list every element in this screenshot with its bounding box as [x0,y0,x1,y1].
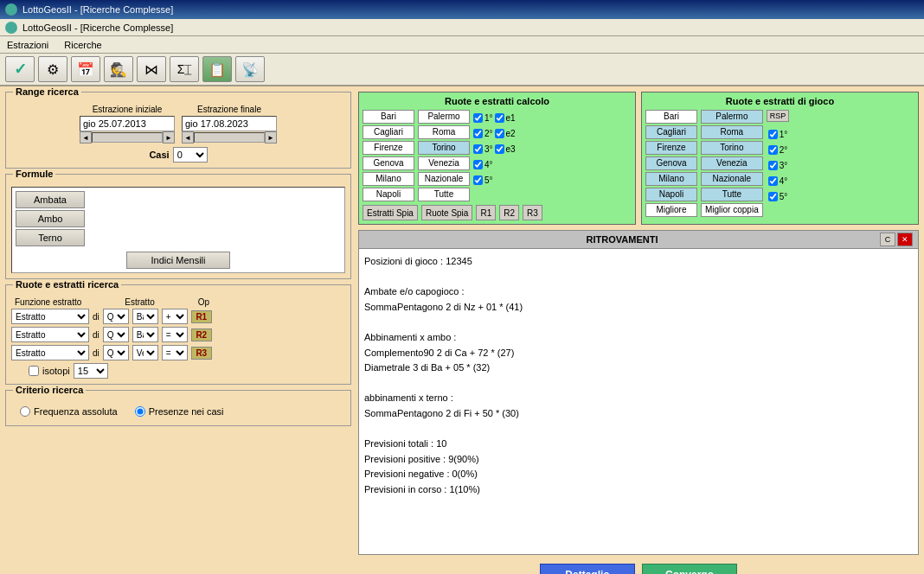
terno-button[interactable]: Terno [16,229,85,246]
toolbar-filter-btn[interactable]: ⋈ [137,56,166,82]
toolbar-sigma-btn[interactable]: Σ⌶ [170,56,199,82]
calcolo-cb-e3[interactable] [495,144,504,154]
ruote-estratti-ricerca-group: Ruote e estratti ricerca Funzione estrat… [5,284,351,385]
qls-select-2[interactable]: QIs [103,327,129,342]
toolbar-spy-btn[interactable]: 🕵 [104,56,133,82]
gioco-venezia[interactable]: Venezia [701,156,763,170]
convergo-button[interactable]: Convergo [642,564,737,574]
toolbar-checkmark-btn[interactable]: ✓ [5,56,35,82]
toolbar-document-btn[interactable]: 📋 [202,56,232,82]
estrazione-iniziale-prev[interactable]: ◄ [80,131,92,144]
r2-btn[interactable]: R2 [499,205,519,220]
calcolo-genova[interactable]: Genova [363,156,414,170]
estratti-spia-btn[interactable]: Estratti Spia [363,205,418,220]
dettaglio-button[interactable]: Dettaglio [540,564,635,574]
toolbar-gear-btn[interactable]: ⚙ [38,56,67,82]
estrazione-iniziale-track[interactable] [92,132,163,143]
estrazione-finale-track[interactable] [194,132,265,143]
ritrovamenti-c-button[interactable]: C [880,233,895,246]
num-select[interactable]: 151020 [74,363,108,379]
r1-btn[interactable]: R1 [476,205,496,220]
ba-select-2[interactable]: Ba [132,327,158,342]
presenze-nei-casi-radio[interactable] [135,406,145,417]
gioco-cb-1[interactable] [768,130,778,139]
gioco-bari[interactable]: Bari [645,110,697,124]
gioco-tutte[interactable]: Tutte [701,188,763,201]
range-ricerca-group: Range ricerca Estrazione iniziale ◄ ► Es… [5,92,351,169]
casi-select[interactable]: 012 [173,147,208,163]
gioco-cb-3[interactable] [768,161,778,170]
func-select-1[interactable]: Estratto [11,309,89,324]
op-select-2[interactable]: =+ [162,327,188,342]
calcolo-torino[interactable]: Torino [418,141,470,155]
presenze-nei-casi-label: Presenze nei casi [149,406,224,417]
estrazione-finale-prev[interactable]: ◄ [182,131,194,144]
ritrovamenti-close-button[interactable]: ✕ [897,233,913,246]
op-select-1[interactable]: +-= [162,309,188,324]
calcolo-bari[interactable]: Bari [363,110,414,124]
gioco-palermo[interactable]: Palermo [701,110,763,124]
formule-group: Formule Ambata Ambo Terno Indici Mensili [5,174,351,279]
estrazione-finale-next[interactable]: ► [265,131,277,144]
gioco-miglior-coppia[interactable]: Miglior coppia [701,203,763,217]
ruote-spia-btn[interactable]: Ruote Spia [421,205,472,220]
rit-line-9 [364,376,913,392]
op-select-3[interactable]: =+ [162,345,188,360]
calcolo-cagliari[interactable]: Cagliari [363,125,414,139]
gioco-firenze[interactable]: Firenze [645,141,697,155]
r3-btn[interactable]: R3 [523,205,542,220]
calcolo-cb-e1[interactable] [495,113,504,123]
ba-select-1[interactable]: Ba [132,309,158,324]
qls-select-3[interactable]: QIs [103,345,129,360]
gioco-genova[interactable]: Genova [645,156,697,170]
gioco-check-5: 5° [768,189,788,203]
estrazione-iniziale-input[interactable] [80,116,175,131]
rsp-button[interactable]: RSP [767,110,790,122]
gioco-cb-2[interactable] [768,145,778,155]
gioco-cb-5[interactable] [768,192,778,201]
calcolo-venezia[interactable]: Venezia [418,156,470,170]
gioco-roma[interactable]: Roma [701,125,763,139]
isotopi-checkbox[interactable] [29,366,39,376]
calcolo-nazionale[interactable]: Nazionale [418,172,470,186]
func-select-2[interactable]: Estratto [11,327,89,342]
criterio-inner: Frequenza assoluta Presenze nei casi [11,403,345,420]
ve-select-3[interactable]: Ve [132,345,158,360]
presenze-nei-casi-option[interactable]: Presenze nei casi [135,406,224,417]
calcolo-cb-3[interactable] [473,144,483,154]
calcolo-cb-1[interactable] [473,113,483,123]
gioco-cagliari[interactable]: Cagliari [645,125,697,139]
toolbar-antenna-btn[interactable]: 📡 [235,56,265,82]
gioco-nazionale[interactable]: Nazionale [701,172,763,186]
ruote-row-1: Estratto di QIs Ba +-= R1 [11,309,345,324]
toolbar-calendar-btn[interactable]: 📅 [71,56,100,82]
calcolo-cb-e2[interactable] [495,129,504,138]
menu-estrazioni[interactable]: Estrazioni [3,39,52,51]
menu-ricerche[interactable]: Ricerche [61,39,105,51]
calcolo-palermo[interactable]: Palermo [418,110,470,124]
bottom-buttons: Dettaglio Convergo [358,564,919,574]
calcolo-cb-5[interactable] [473,175,483,185]
gioco-milano[interactable]: Milano [645,172,697,186]
calcolo-cb-2[interactable] [473,129,483,138]
func-select-3[interactable]: Estratto [11,345,89,360]
estrazione-iniziale-next[interactable]: ► [163,131,175,144]
qls-select-1[interactable]: QIs [103,309,129,324]
indici-mensili-button[interactable]: Indici Mensili [126,252,230,269]
calcolo-roma[interactable]: Roma [418,125,470,139]
frequenza-assoluta-radio[interactable] [20,406,30,417]
gioco-torino[interactable]: Torino [701,141,763,155]
frequenza-assoluta-option[interactable]: Frequenza assoluta [20,406,118,417]
calcolo-milano[interactable]: Milano [363,172,414,186]
gioco-napoli[interactable]: Napoli [645,188,697,201]
ruote-row-3: Estratto di QIs Ve =+ R3 [11,345,345,360]
calcolo-firenze[interactable]: Firenze [363,141,414,155]
ambata-button[interactable]: Ambata [16,191,85,208]
gioco-cb-4[interactable] [768,176,778,186]
calcolo-napoli[interactable]: Napoli [363,188,414,201]
calcolo-cb-4[interactable] [473,160,483,169]
estrazione-finale-input[interactable] [182,116,277,131]
calcolo-tutte[interactable]: Tutte [418,188,470,201]
gioco-migliore[interactable]: Migliore [645,203,697,217]
ambo-button[interactable]: Ambo [16,210,85,227]
